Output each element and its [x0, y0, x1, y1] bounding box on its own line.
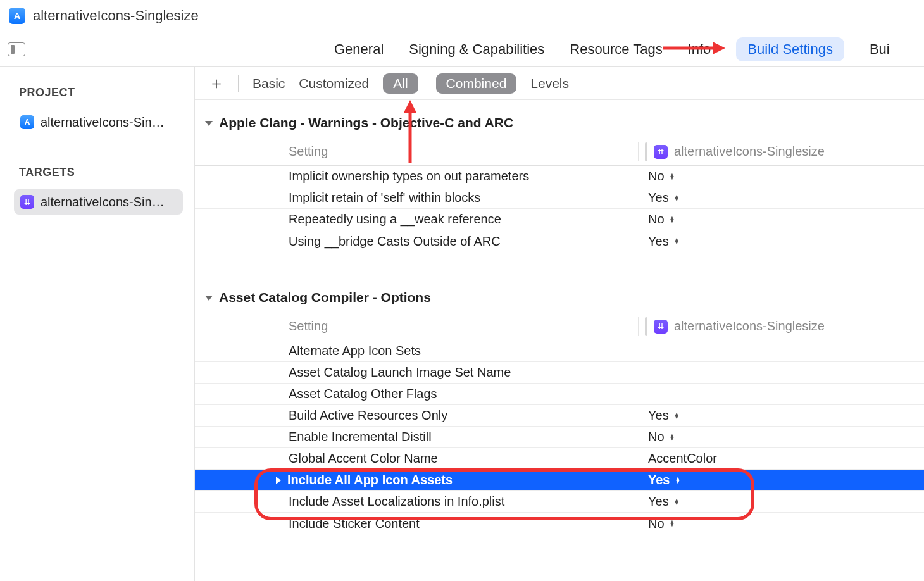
section-title: Apple Clang - Warnings - Objective-C and…	[219, 115, 513, 130]
project-sidebar: PROJECT A alternativeIcons-Sin… TARGETS …	[0, 67, 195, 581]
setting-value[interactable]: No	[638, 212, 924, 227]
setting-value[interactable]: No	[638, 169, 924, 184]
setting-value[interactable]: Yes	[638, 191, 924, 205]
chevron-down-icon	[205, 296, 213, 301]
section-asset-catalog-compiler: Asset Catalog Compiler - Options Setting…	[195, 290, 924, 534]
setting-row[interactable]: Asset Catalog Launch Image Set Name	[195, 362, 924, 384]
popup-indicator-icon	[674, 413, 680, 419]
tab-build-phases-cut[interactable]: Bui	[870, 41, 890, 58]
window-titlebar: A alternativeIcons-Singlesize	[0, 0, 924, 32]
setting-name: Asset Catalog Launch Image Set Name	[195, 365, 638, 380]
setting-row[interactable]: Include Sticker Content No	[195, 513, 924, 534]
setting-name: Repeatedly using a __weak reference	[195, 212, 638, 227]
popup-indicator-icon	[670, 173, 675, 180]
setting-row[interactable]: Alternate App Icon Sets	[195, 340, 924, 362]
filter-basic[interactable]: Basic	[253, 76, 285, 91]
filter-levels[interactable]: Levels	[530, 76, 569, 91]
column-target: ⵌ alternativeIcons-Singlesize	[638, 142, 924, 161]
setting-row[interactable]: Build Active Resources Only Yes	[195, 405, 924, 427]
sidebar-divider	[14, 149, 180, 149]
setting-name: Include Sticker Content	[195, 516, 638, 531]
setting-value[interactable]: AccentColor	[638, 451, 924, 466]
setting-value[interactable]: No	[638, 430, 924, 444]
divider	[238, 75, 239, 92]
popup-indicator-icon	[674, 499, 680, 505]
chevron-down-icon	[205, 121, 213, 126]
popup-indicator-icon	[675, 477, 680, 484]
setting-name: Using __bridge Casts Outside of ARC	[195, 234, 638, 249]
divider	[645, 142, 647, 161]
editor-tab-bar: General Signing & Capabilities Resource …	[0, 32, 924, 67]
target-icon: ⵌ	[654, 320, 668, 334]
setting-value[interactable]: Yes	[638, 473, 924, 487]
filter-all[interactable]: All	[383, 73, 418, 94]
setting-name: Global Accent Color Name	[195, 451, 638, 466]
window-title: alternativeIcons-Singlesize	[33, 8, 199, 24]
sidebar-target-item[interactable]: ⵌ alternativeIcons-Sin…	[14, 189, 183, 215]
setting-name: Alternate App Icon Sets	[195, 344, 638, 358]
section-title: Asset Catalog Compiler - Options	[219, 290, 431, 305]
project-icon: A	[20, 115, 34, 129]
tab-signing[interactable]: Signing & Capabilities	[409, 41, 544, 58]
sidebar-heading-project: PROJECT	[0, 86, 194, 109]
tab-build-settings[interactable]: Build Settings	[736, 37, 844, 61]
app-store-icon: A	[9, 8, 25, 24]
filter-combined[interactable]: Combined	[436, 73, 517, 94]
toggle-navigator-icon[interactable]	[8, 42, 25, 56]
setting-row[interactable]: Include Asset Localizations in Info.plis…	[195, 491, 924, 513]
popup-indicator-icon	[670, 520, 675, 527]
build-settings-filter-bar: ＋ Basic Customized All Combined Levels	[195, 67, 924, 100]
setting-row[interactable]: Global Accent Color Name AccentColor	[195, 448, 924, 470]
section-header[interactable]: Asset Catalog Compiler - Options	[195, 290, 924, 305]
column-target-name: alternativeIcons-Singlesize	[674, 144, 825, 159]
tab-info[interactable]: Info	[688, 41, 711, 58]
project-editor-tabs: General Signing & Capabilities Resource …	[195, 37, 924, 61]
sidebar-target-label: alternativeIcons-Sin…	[41, 195, 165, 209]
sidebar-project-item[interactable]: A alternativeIcons-Sin…	[14, 109, 183, 135]
column-setting: Setting	[195, 144, 638, 159]
settings-sections: Apple Clang - Warnings - Objective-C and…	[195, 100, 924, 534]
column-target-name: alternativeIcons-Singlesize	[674, 319, 825, 334]
setting-name: Include All App Icon Assets	[195, 473, 638, 487]
filter-customized[interactable]: Customized	[299, 76, 369, 91]
setting-row[interactable]: Implicit retain of 'self' within blocks …	[195, 187, 924, 209]
popup-indicator-icon	[670, 434, 675, 440]
setting-value[interactable]: Yes	[638, 408, 924, 423]
section-apple-clang-warnings: Apple Clang - Warnings - Objective-C and…	[195, 115, 924, 252]
tab-general[interactable]: General	[334, 41, 384, 58]
tab-resource-tags[interactable]: Resource Tags	[570, 41, 662, 58]
setting-value[interactable]: Yes	[638, 234, 924, 249]
divider	[645, 317, 647, 336]
section-header[interactable]: Apple Clang - Warnings - Objective-C and…	[195, 115, 924, 130]
target-icon: ⵌ	[20, 195, 34, 209]
setting-row[interactable]: Enable Incremental Distill No	[195, 427, 924, 448]
setting-row[interactable]: Using __bridge Casts Outside of ARC Yes	[195, 230, 924, 252]
column-target: ⵌ alternativeIcons-Singlesize	[638, 317, 924, 336]
popup-indicator-icon	[670, 216, 675, 223]
settings-column-header: Setting ⵌ alternativeIcons-Singlesize	[195, 313, 924, 340]
setting-row-selected[interactable]: Include All App Icon Assets Yes	[195, 470, 924, 491]
setting-value[interactable]: Yes	[638, 494, 924, 509]
chevron-right-icon	[276, 477, 281, 484]
setting-value[interactable]: No	[638, 516, 924, 531]
setting-name: Enable Incremental Distill	[195, 430, 638, 444]
setting-name: Include Asset Localizations in Info.plis…	[195, 494, 638, 509]
setting-name: Implicit retain of 'self' within blocks	[195, 191, 638, 205]
setting-row[interactable]: Implicit ownership types on out paramete…	[195, 166, 924, 187]
setting-row[interactable]: Repeatedly using a __weak reference No	[195, 209, 924, 230]
add-setting-button[interactable]: ＋	[209, 76, 224, 91]
setting-name: Build Active Resources Only	[195, 408, 638, 423]
settings-column-header: Setting ⵌ alternativeIcons-Singlesize	[195, 138, 924, 166]
target-icon: ⵌ	[654, 145, 668, 159]
setting-name: Implicit ownership types on out paramete…	[195, 169, 638, 184]
build-settings-editor: ＋ Basic Customized All Combined Levels A…	[195, 67, 924, 581]
sidebar-heading-targets: TARGETS	[0, 166, 194, 189]
column-setting: Setting	[195, 319, 638, 334]
sidebar-project-label: alternativeIcons-Sin…	[41, 115, 165, 130]
popup-indicator-icon	[674, 195, 680, 201]
setting-row[interactable]: Asset Catalog Other Flags	[195, 384, 924, 405]
setting-name: Asset Catalog Other Flags	[195, 387, 638, 401]
popup-indicator-icon	[674, 238, 680, 244]
